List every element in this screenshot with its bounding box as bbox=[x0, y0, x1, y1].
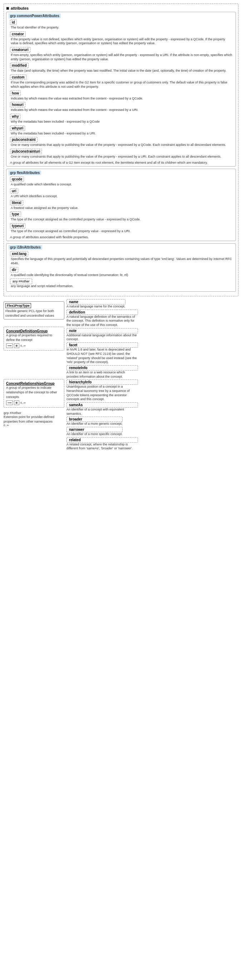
concept-sameas-row: sameAs An identifier of a concept with e… bbox=[66, 402, 239, 416]
concept-remoteinfo-desc: A link to an item or a web resource whic… bbox=[66, 371, 138, 379]
concept-rel-group-title: ConceptRelationshipsGroup bbox=[6, 382, 62, 385]
any-other-section: grp ##other Extension point for provider… bbox=[3, 411, 64, 427]
flex1-desc: Flexible generic PCL-type for both contr… bbox=[5, 309, 63, 318]
prop-type: type The type of the concept assigned as… bbox=[9, 212, 233, 222]
attributes-title: attributes bbox=[11, 6, 29, 10]
flex1-title: Flex1PropType bbox=[5, 303, 31, 308]
flex1-outer-box: Flex1PropType Flexible generic PCL-type … bbox=[3, 301, 64, 320]
concept-definition-label: definition bbox=[66, 310, 138, 315]
prop-modified-desc: The date (and optionally, the time) when… bbox=[10, 69, 233, 73]
prop-pubconstraint-name: pubconstraint bbox=[10, 137, 37, 142]
any-other-desc: Extension point for provider-defined pro… bbox=[3, 415, 64, 424]
concept-broader-row: broader An identifier of a more generic … bbox=[66, 417, 239, 426]
prop-dir: dir A qualified code identifying the dir… bbox=[9, 267, 233, 277]
prop-uri-name: uri bbox=[10, 188, 18, 194]
flex-attributes-group: grp flexAttributes qcode A qualified cod… bbox=[6, 169, 236, 241]
flex1-prop-section: Flex1PropType Flexible generic PCL-type … bbox=[3, 299, 64, 451]
prop-whyuri-name: whyuri bbox=[10, 126, 25, 131]
prop-how-name: how bbox=[10, 91, 21, 96]
common-power-attributes-label: grp commonPowerAttributes bbox=[9, 14, 61, 18]
page: ▣ attributes grp commonPowerAttributes i… bbox=[0, 0, 242, 454]
prop-creatoruri: creatoruri If non-empty, specifies which… bbox=[9, 47, 233, 61]
prop-creator-name: creator bbox=[10, 31, 26, 37]
concept-narrower-desc: An identifier of a more specific concept… bbox=[66, 432, 123, 436]
prop-id-desc: The local identifier of the property. bbox=[10, 25, 233, 30]
concept-rel-group: ConceptRelationshipsGroup A group of pro… bbox=[3, 379, 64, 407]
concept-def-group: ConceptDefinitionGroup A group of proper… bbox=[3, 327, 64, 350]
prop-creator: creator If the property value is not def… bbox=[9, 31, 233, 46]
concept-rel-sequence-icon: ⟶ bbox=[6, 401, 13, 405]
concept-def-plus-icon: ⊕ bbox=[14, 344, 19, 348]
prop-pubconstrainturi-name: pubconstrainturi bbox=[10, 149, 42, 154]
prop-any-other: any ##other any language and script rela… bbox=[9, 278, 233, 288]
prop-pubconstraint: pubconstraint One or many constraints th… bbox=[9, 137, 233, 147]
common-power-attributes-group: grp commonPowerAttributes id The local i… bbox=[6, 12, 236, 167]
concept-rel-group-desc: A group of properties to indicate relati… bbox=[6, 385, 62, 399]
prop-qcode: qcode A qualified code which identifies … bbox=[9, 177, 233, 187]
concept-name-desc: A natural language name for the concept. bbox=[66, 305, 125, 309]
prop-modified-name: modified bbox=[10, 63, 29, 68]
concept-note-desc: Additional natural language information … bbox=[66, 333, 138, 342]
prop-any-other-desc: any language and script related informat… bbox=[10, 284, 233, 288]
prop-whyuri: whyuri Why the metadata has been include… bbox=[9, 126, 233, 136]
concept-remoteinfo-row: remoteInfo A link to an item or a web re… bbox=[66, 365, 239, 379]
prop-type-name: type bbox=[10, 212, 21, 217]
concept-rel-occurrence: 0..∞ bbox=[20, 401, 26, 404]
concept-definition-row: definition A natural language definition… bbox=[66, 310, 239, 328]
concept-name-row: name A natural language name for the con… bbox=[66, 299, 239, 309]
prop-pubconstraint-desc: One or many constraints that apply to pu… bbox=[10, 143, 233, 147]
concept-definition-desc: A natural language definition of the sem… bbox=[66, 315, 138, 328]
prop-literal-name: literal bbox=[10, 200, 23, 205]
prop-xmllang-name: xml:lang bbox=[10, 251, 28, 256]
prop-howuri-desc: Indicates by which means the value was e… bbox=[10, 108, 233, 112]
any-other-grp-label: grp ##other bbox=[3, 411, 21, 415]
concept-def-group-title: ConceptDefinitionGroup bbox=[6, 329, 62, 333]
prop-id-name: id bbox=[10, 20, 17, 25]
prop-howuri: howuri Indicates by which means the valu… bbox=[9, 102, 233, 112]
prop-pubconstrainturi-desc: One or many constraints that apply to pu… bbox=[10, 155, 233, 159]
prop-creatoruri-desc: If non-empty, specifies which entity (pe… bbox=[10, 53, 233, 61]
prop-dir-desc: A qualified code identifying the directi… bbox=[10, 273, 233, 277]
concept-narrower-label: narrower bbox=[66, 427, 123, 432]
i18n-attributes-group: grp i18nAttributes xml:lang Specifies th… bbox=[6, 243, 236, 292]
prop-literal-desc: A freetext value assigned as the propert… bbox=[10, 206, 233, 210]
concept-sameas-desc: An identifier of a concept with equivale… bbox=[66, 407, 138, 416]
i18n-attributes-label: grp i18nAttributes bbox=[9, 245, 42, 250]
concept-note-label: note bbox=[66, 328, 138, 333]
concept-def-group-desc: A group of properties required to define… bbox=[6, 333, 62, 342]
prop-xmllang-desc: Specifies the language of this property … bbox=[10, 257, 233, 265]
prop-uri-desc: A URI which identifies a concept. bbox=[10, 194, 233, 199]
common-group-note: A group of attributes for all elements o… bbox=[9, 161, 233, 165]
concept-broader-desc: An identifier of a more generic concept. bbox=[66, 422, 123, 426]
prop-creatoruri-name: creatoruri bbox=[10, 47, 30, 52]
concept-hierarchyinfo-desc: Unambiguous position of a concept in a h… bbox=[66, 385, 138, 402]
concept-related-label: related bbox=[66, 437, 138, 442]
mid-section: Flex1PropType Flexible generic PCL-type … bbox=[3, 299, 239, 451]
attributes-icon: ▣ bbox=[6, 6, 9, 10]
prop-uri: uri A URI which identifies a concept. bbox=[9, 188, 233, 199]
concept-sameas-label: sameAs bbox=[66, 402, 138, 407]
prop-why-desc: Why the metadata has been included - exp… bbox=[10, 120, 233, 124]
prop-typeuri-name: typeuri bbox=[10, 223, 26, 229]
prop-qcode-desc: A qualified code which identifies a conc… bbox=[10, 183, 233, 187]
prop-creator-desc: If the property value is not defined, sp… bbox=[10, 37, 233, 46]
prop-whyuri-desc: Why the metadata has been included - exp… bbox=[10, 132, 233, 136]
concept-rel-plus-icon: ⊕ bbox=[14, 401, 19, 405]
prop-dir-name: dir bbox=[10, 267, 18, 272]
prop-any-other-label: any ##other bbox=[10, 278, 32, 284]
prop-why: why Why the metadata has been included -… bbox=[9, 114, 233, 124]
any-other-occurrence: 0..∞ bbox=[3, 424, 64, 427]
attributes-outer-box: ▣ attributes grp commonPowerAttributes i… bbox=[3, 3, 239, 296]
concept-related-desc: A related concept, where the relationshi… bbox=[66, 442, 138, 451]
attributes-header: ▣ attributes bbox=[6, 6, 236, 10]
flex-attributes-label: grp flexAttributes bbox=[9, 170, 41, 175]
prop-pubconstrainturi: pubconstrainturi One or many constraints… bbox=[9, 149, 233, 159]
concept-remoteinfo-label: remoteInfo bbox=[66, 365, 138, 371]
concept-hierarchyinfo-row: hierarchyInfo Unambiguous position of a … bbox=[66, 379, 239, 402]
prop-typeuri-desc: The type of the concept assigned as cont… bbox=[10, 229, 233, 234]
concept-related-row: related A related concept, where the rel… bbox=[66, 437, 239, 451]
concept-right-items: name A natural language name for the con… bbox=[66, 299, 239, 451]
prop-how-desc: Indicates by which means the value was e… bbox=[10, 97, 233, 101]
concept-facet-desc: In NVR 1.8 and later, facet is deprecate… bbox=[66, 348, 138, 364]
concept-facet-label: facet bbox=[66, 342, 138, 348]
